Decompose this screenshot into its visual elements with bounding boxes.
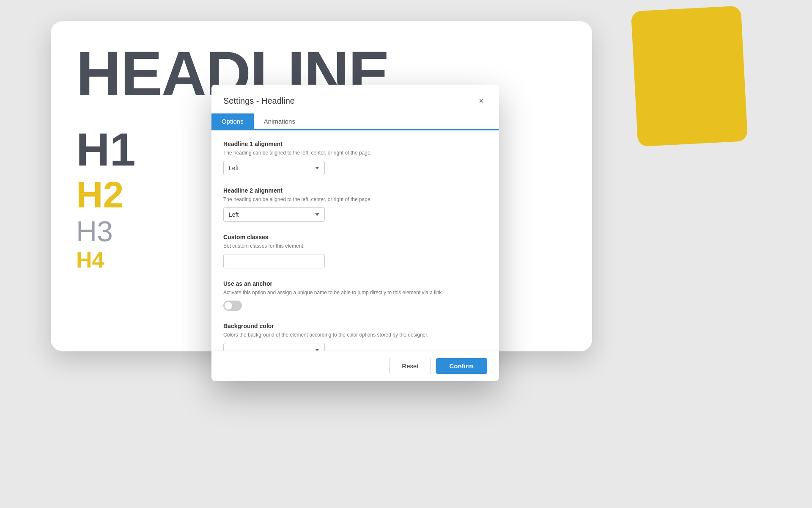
dialog-body: Headline 1 alignment The heading can be …	[211, 130, 499, 351]
settings-dialog: Settings - Headline × Options Animations…	[211, 85, 499, 381]
reset-button[interactable]: Reset	[390, 358, 431, 374]
setting-bgcolor-label: Background color	[223, 323, 487, 329]
setting-anchor-desc: Activate this option and assign a unique…	[223, 289, 487, 296]
setting-anchor-label: Use as an anchor	[223, 280, 487, 287]
setting-custom-classes-label: Custom classes	[223, 234, 487, 240]
setting-headline1-alignment: Headline 1 alignment The heading can be …	[223, 141, 487, 175]
setting-headline2-label: Headline 2 alignment	[223, 187, 487, 194]
yellow-accent-shape	[631, 6, 748, 146]
headline1-alignment-select[interactable]: Left Center Right	[223, 161, 325, 175]
close-button[interactable]: ×	[475, 95, 487, 107]
custom-classes-input[interactable]	[223, 254, 325, 268]
dialog-tabs: Options Animations	[211, 113, 499, 130]
setting-custom-classes: Custom classes Set custom classes for th…	[223, 234, 487, 268]
tab-animations[interactable]: Animations	[254, 113, 305, 129]
setting-headline2-alignment: Headline 2 alignment The heading can be …	[223, 187, 487, 222]
dialog-footer: Reset Confirm	[211, 351, 499, 381]
background-color-select[interactable]: Primary Secondary Accent	[223, 343, 325, 351]
confirm-button[interactable]: Confirm	[436, 358, 488, 374]
setting-custom-classes-desc: Set custom classes for this element.	[223, 242, 487, 250]
dialog-header: Settings - Headline ×	[211, 85, 499, 107]
tab-options[interactable]: Options	[211, 113, 254, 129]
setting-headline1-label: Headline 1 alignment	[223, 141, 487, 147]
setting-headline1-desc: The heading can be aligned to the left, …	[223, 149, 487, 157]
anchor-toggle-wrapper	[223, 301, 487, 311]
setting-background-color: Background color Colors the background o…	[223, 323, 487, 351]
setting-headline2-desc: The heading can be aligned to the left, …	[223, 196, 487, 203]
headline2-alignment-select[interactable]: Left Center Right	[223, 207, 325, 222]
dialog-title: Settings - Headline	[223, 96, 295, 106]
anchor-toggle[interactable]	[223, 301, 242, 311]
setting-bgcolor-desc: Colors the background of the element acc…	[223, 331, 487, 339]
setting-use-as-anchor: Use as an anchor Activate this option an…	[223, 280, 487, 311]
